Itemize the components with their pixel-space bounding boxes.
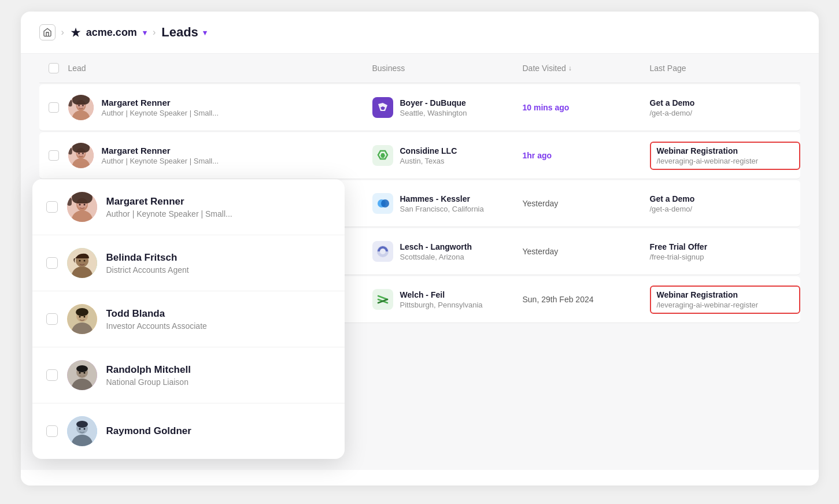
svg-point-73	[80, 376, 84, 377]
svg-point-27	[381, 199, 389, 207]
panel-name: Todd Blanda	[106, 308, 207, 320]
svg-point-72	[83, 372, 85, 374]
svg-point-66	[83, 316, 85, 318]
panel-row[interactable]: Belinda Fritsch District Accounts Agent	[32, 235, 345, 291]
panel-row[interactable]: Todd Blanda Investor Accounts Associate	[32, 291, 345, 347]
lead-name: Margaret Renner	[102, 146, 219, 155]
panel-checkbox[interactable]	[46, 369, 58, 381]
svg-point-78	[79, 428, 80, 430]
svg-rect-4	[72, 95, 89, 105]
leads-label: Leads	[161, 25, 198, 40]
panel-avatar	[67, 248, 97, 278]
lead-info: Margaret Renner Author | Keynote Speaker…	[102, 146, 219, 165]
svg-point-70	[76, 365, 88, 372]
panel-checkbox[interactable]	[46, 257, 58, 269]
biz-logo	[372, 193, 393, 214]
date-cell: Yesterday	[523, 199, 650, 208]
home-button[interactable]	[39, 24, 56, 40]
panel-avatar	[67, 416, 97, 446]
svg-point-77	[76, 421, 88, 428]
panel-info: Margaret Renner Author | Keynote Speaker…	[106, 196, 232, 218]
svg-point-7	[82, 105, 84, 106]
last-page-cell: Free Trial Offer /free-trial-signup	[650, 242, 800, 261]
row-checkbox[interactable]	[49, 150, 59, 161]
lead-title: Author | Keynote Speaker | Small...	[102, 109, 219, 117]
col-header-business: Business	[372, 63, 523, 73]
biz-location: Scottsdale, Arizona	[400, 253, 472, 261]
main-container: › acme.com ▾ › Leads ▾ Lead Business	[21, 12, 819, 486]
panel-checkbox[interactable]	[46, 425, 58, 437]
lead-info: Margaret Renner Author | Keynote Speaker…	[102, 98, 219, 117]
table-row[interactable]: Margaret Renner Author | Keynote Speaker…	[39, 84, 800, 131]
select-all-checkbox[interactable]	[49, 63, 59, 73]
panel-title: District Accounts Agent	[106, 265, 189, 275]
biz-location: Seattle, Washington	[400, 109, 467, 117]
last-page-cell-highlighted: Webinar Registration /leveraging-ai-webi…	[650, 286, 800, 314]
panel-checkbox[interactable]	[46, 201, 58, 213]
svg-rect-52	[72, 192, 93, 203]
table-header: Lead Business Date Visited ↓ Last Page	[39, 54, 800, 83]
acme-dropdown[interactable]: ▾	[143, 28, 147, 37]
panel-avatar	[67, 360, 97, 390]
lead-cell: Margaret Renner Author | Keynote Speaker…	[68, 95, 372, 120]
biz-name: Welch - Feil	[400, 290, 483, 299]
row-checkbox[interactable]	[49, 102, 59, 113]
date-cell: 1hr ago	[523, 151, 650, 160]
panel-row[interactable]: Raymond Goldner	[32, 403, 345, 459]
svg-point-15	[78, 153, 80, 154]
page-url: /leveraging-ai-webinar-register	[657, 157, 793, 165]
svg-point-36	[380, 249, 386, 254]
avatar	[68, 143, 94, 168]
table-row[interactable]: Margaret Renner Author | Keynote Speaker…	[39, 132, 800, 179]
svg-point-16	[82, 153, 84, 154]
svg-point-55	[83, 204, 85, 206]
biz-location: Austin, Texas	[400, 157, 457, 165]
col-header-checkbox	[39, 63, 68, 73]
panel-name: Margaret Renner	[106, 196, 232, 207]
biz-info: Boyer - DuBuque Seattle, Washington	[400, 98, 467, 117]
lead-cell: Margaret Renner Author | Keynote Speaker…	[68, 143, 372, 168]
last-page-cell-highlighted: Webinar Registration /leveraging-ai-webi…	[650, 142, 800, 170]
panel-title: Investor Accounts Associate	[106, 321, 207, 331]
page-url: /get-a-demo/	[650, 109, 800, 117]
breadcrumb-leads[interactable]: Leads ▾	[161, 25, 207, 40]
svg-rect-44	[372, 289, 393, 310]
lead-title: Author | Keynote Speaker | Small...	[102, 157, 219, 165]
biz-info: Hammes - Kessler San Francisco, Californ…	[400, 194, 484, 213]
date-cell: Sun, 29th Feb 2024	[523, 295, 650, 304]
panel-info: Todd Blanda Investor Accounts Associate	[106, 308, 207, 331]
panel-info: Belinda Fritsch District Accounts Agent	[106, 252, 189, 275]
breadcrumb-acme[interactable]: acme.com ▾	[70, 27, 147, 39]
panel-name: Raymond Goldner	[106, 425, 191, 437]
svg-point-6	[78, 105, 80, 106]
last-page-cell: Get a Demo /get-a-demo/	[650, 194, 800, 213]
svg-point-60	[83, 260, 85, 262]
panel-name: Belinda Fritsch	[106, 252, 189, 264]
biz-logo	[372, 145, 393, 166]
page-url: /free-trial-signup	[650, 253, 800, 261]
svg-point-65	[79, 316, 80, 318]
col-header-date[interactable]: Date Visited ↓	[523, 63, 650, 73]
biz-logo	[372, 97, 393, 118]
row-checkbox-cell	[39, 150, 68, 161]
svg-rect-53	[67, 198, 72, 206]
biz-info: Welch - Feil Pittsburgh, Pennsylvania	[400, 290, 483, 309]
svg-point-64	[76, 308, 88, 316]
biz-name: Lesch - Langworth	[400, 242, 472, 251]
col-header-lastpage: Last Page	[650, 63, 800, 73]
page-name: Get a Demo	[650, 98, 800, 108]
biz-logo	[372, 289, 393, 310]
panel-row[interactable]: Margaret Renner Author | Keynote Speaker…	[32, 179, 345, 235]
leads-dropdown[interactable]: ▾	[203, 28, 207, 37]
svg-point-54	[79, 204, 80, 206]
panel-title: Author | Keynote Speaker | Small...	[106, 209, 232, 218]
biz-logo	[372, 241, 393, 262]
svg-point-79	[83, 428, 85, 430]
svg-rect-5	[68, 99, 72, 106]
page-name: Webinar Registration	[657, 146, 793, 155]
breadcrumb-sep-2: ›	[153, 27, 156, 38]
panel-row[interactable]: Randolph Mitchell National Group Liaison	[32, 347, 345, 403]
avatar	[68, 95, 94, 120]
date-cell: Yesterday	[523, 247, 650, 256]
panel-checkbox[interactable]	[46, 313, 58, 325]
